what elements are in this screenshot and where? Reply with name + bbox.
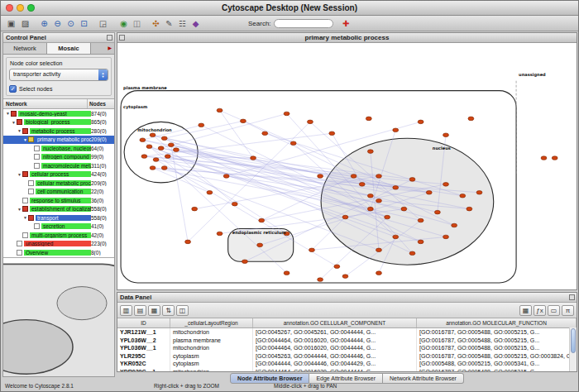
network-node[interactable] [307,120,313,124]
network-node[interactable] [393,186,399,190]
data-panel-float-button[interactable] [569,294,575,300]
network-node[interactable] [217,108,223,112]
expander-icon[interactable]: ▼ [17,207,22,212]
network-node[interactable] [158,146,164,151]
network-node[interactable] [259,218,265,222]
expander-icon[interactable]: ▼ [11,120,17,125]
network-node[interactable] [165,155,170,159]
tab-mosaic[interactable]: Mosaic [47,43,91,54]
overview-icon[interactable]: ◉ [117,17,130,30]
network-close-button[interactable] [119,35,125,41]
network-node[interactable] [150,166,156,170]
network-node[interactable] [409,178,415,182]
tree-item-cell-communication[interactable]: cell communication22(0) [3,188,114,197]
network-node[interactable] [334,265,340,269]
network-node[interactable] [393,235,399,239]
window-titlebar[interactable]: Cytoscape Desktop (New Session) [1,1,578,16]
network-node[interactable] [161,166,167,170]
pi-icon[interactable]: π [562,305,574,316]
network-node[interactable] [367,150,373,154]
network-node[interactable] [284,271,290,275]
network-node[interactable] [173,148,179,152]
column-header-annotation-go-molecular-function[interactable]: annotation.GO MOLECULAR_FUNCTION [417,318,577,327]
network-node[interactable] [150,133,156,137]
network-node[interactable] [376,248,382,252]
matrix-view-icon[interactable]: ▦ [519,305,532,316]
network-node[interactable] [366,117,371,121]
network-node[interactable] [468,117,474,121]
network-node[interactable] [284,112,290,116]
expander-icon[interactable]: ▼ [5,111,11,116]
network-node[interactable] [192,207,198,211]
zoom-out-icon[interactable]: ⊖ [51,17,64,30]
network-node[interactable] [232,202,237,206]
network-node[interactable] [251,156,256,160]
snapshot-icon[interactable]: ◲ [97,17,109,30]
network-node[interactable] [342,215,348,219]
node-color-dropdown[interactable]: transporter activity ▲▼ [9,69,108,81]
table-row[interactable]: YPL036W__2plasma membrane[GO:0044464, GO… [117,337,577,345]
network-node[interactable] [223,174,229,179]
tree-item-multi-organism-process[interactable]: multi-organism process42(0) [3,231,114,240]
network-node[interactable] [140,138,146,142]
network-node[interactable] [376,198,382,203]
birdseye-view[interactable] [3,258,114,376]
network-node[interactable] [409,251,415,256]
network-node[interactable] [418,240,423,244]
tree-item-nitrogen-compound-metabolic-process[interactable]: nitrogen compound metabolic process99(0) [3,153,114,162]
network-node[interactable] [541,156,547,160]
import-attributes-icon[interactable]: ▭ [548,305,560,316]
table-row[interactable]: YDR039C__1mitochondrion[GO:0044464, GO:0… [117,368,577,372]
tree-item-response-to-stimulus[interactable]: response to stimulus36(0) [3,196,114,205]
table-row[interactable]: YPL036W__1mitochondrion[GO:0044464, GO:0… [117,344,577,352]
zoom-in-icon[interactable]: ⊕ [38,17,50,30]
network-node[interactable] [443,235,449,239]
network-edge[interactable] [165,121,243,138]
tree-item-cellular-process[interactable]: ▼cellular process424(0) [3,170,114,179]
tree-item-biological-process[interactable]: ▼biological_process865(0) [3,118,114,127]
network-node[interactable] [426,191,432,195]
network-node[interactable] [199,123,204,127]
network-node[interactable] [329,131,335,136]
tree-item-secretion[interactable]: secretion41(0) [3,222,114,232]
network-node[interactable] [217,232,223,236]
layout-icon[interactable]: ☷ [176,17,189,30]
attribute-match-icon[interactable]: ⇅ [162,305,175,316]
trash-icon[interactable]: ◫ [176,305,189,316]
network-node[interactable] [290,141,296,146]
network-node[interactable] [257,243,263,247]
expander-icon[interactable]: ▼ [22,137,28,142]
attribute-select-icon[interactable]: ▥ [120,305,132,316]
save-session-icon[interactable]: ▣ [5,17,17,30]
network-node[interactable] [443,133,449,137]
network-node[interactable] [367,207,373,211]
network-node[interactable] [418,218,423,222]
hide-selected-icon[interactable]: ◫ [131,17,143,30]
column-header-cellularlayoutregion[interactable]: _cellularLayoutRegion [170,318,253,327]
network-canvas[interactable]: plasma membranecytoplasmmitochondrionnuc… [117,43,577,289]
network-node[interactable] [318,278,323,282]
attribute-delete-icon[interactable]: ▦ [148,305,160,316]
tree-item-transport[interactable]: ▼transport558(0) [3,213,114,222]
table-row[interactable]: YLR295Ccytoplasm[GO:0045263, GO:0044444,… [117,352,577,361]
network-node[interactable] [141,155,147,159]
expander-icon[interactable]: ▼ [22,215,28,220]
network-node[interactable] [376,174,382,179]
table-row[interactable]: YJR121W__1mitochondrion[GO:0045267, GO:0… [117,328,577,337]
network-node[interactable] [443,183,449,187]
network-node[interactable] [240,119,246,123]
network-edge[interactable] [161,113,287,148]
zoom-window-button[interactable] [27,4,35,12]
close-window-button[interactable] [6,4,13,12]
network-node[interactable] [434,210,440,214]
network-node[interactable] [351,174,356,179]
plugins-icon[interactable]: ✚ [340,17,352,30]
new-network-icon[interactable]: ✣ [150,17,162,30]
formula-builder-icon[interactable]: ƒx [534,305,546,316]
network-node[interactable] [452,223,457,227]
tree-item-macromolecule-metabolic-process[interactable]: macromolecule metabolic process311(0) [3,161,114,170]
tree-item-unassigned[interactable]: unassigned223(0) [3,240,114,249]
tree-item-primary-metabolic-process[interactable]: ▼primary metabolic process209(0) [3,136,114,145]
network-node[interactable] [242,260,247,264]
network-node[interactable] [401,207,407,211]
